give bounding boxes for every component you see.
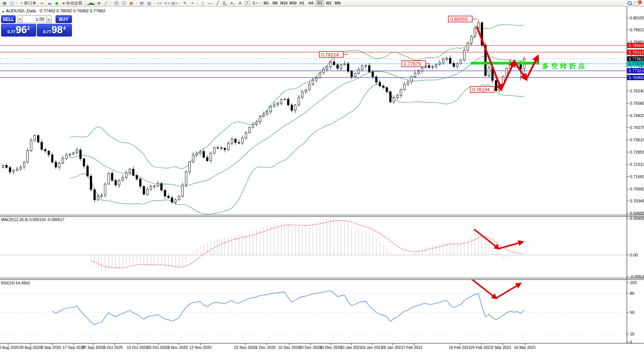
arrows-icon[interactable]: ⇅▼ <box>251 0 259 6</box>
rsi-tick-label: 80 <box>630 291 634 296</box>
buy-button[interactable]: BUY <box>56 15 72 23</box>
new-chart-icon[interactable]: ▦ <box>1 0 8 6</box>
community-icon[interactable]: ☁ <box>45 0 53 6</box>
toolbar-separator <box>85 1 86 6</box>
add-indicator-icon-caret[interactable]: ▼ <box>160 2 162 4</box>
rsi-tick-label: 50 <box>630 310 634 315</box>
svg-text:0.77323: 0.77323 <box>629 69 644 73</box>
strategy-window-icon[interactable]: ▥ <box>145 0 153 6</box>
ohlc-values: 0.77452 0.78092 0.76982 0.77962 <box>40 9 105 13</box>
date-label: 17 Sep 2020 <box>63 345 85 350</box>
sell-price-frac: 0.77 <box>7 29 15 34</box>
tile-windows-icon[interactable]: ▦ <box>127 0 135 6</box>
new-order-button[interactable]: +新订单 <box>19 0 38 6</box>
price-axis[interactable]: 0.801550.795100.788500.781900.775450.768… <box>627 16 644 344</box>
rsi-arrow-annotation <box>471 278 520 298</box>
notification-badge: 1 <box>638 0 642 4</box>
macd-panel[interactable] <box>0 218 627 272</box>
volume-input[interactable]: 1.00 <box>22 15 46 23</box>
rsi-panel[interactable] <box>0 278 627 334</box>
timeframe-w1-button[interactable]: W1 <box>325 0 333 6</box>
periods-icon[interactable]: ⊙▼ <box>163 0 171 6</box>
autotrade-button-label: 自动交易 <box>66 0 82 6</box>
new-order-button-label: 新订单 <box>24 0 36 6</box>
sell-price-big: 96 <box>16 24 27 35</box>
chart-canvas[interactable]: 0.800550.782140.776790.761940.801550.795… <box>0 0 644 353</box>
rsi-indicator-label: RSI(14) 54.4560 <box>1 281 30 285</box>
svg-text:0.80055: 0.80055 <box>450 16 468 22</box>
date-label: 25 Oct 2020 <box>147 345 168 350</box>
template-icon-caret[interactable]: ▼ <box>176 2 178 4</box>
timeframe-m15-button[interactable]: M15 <box>280 0 288 6</box>
date-label: 15 Oct 2020 <box>127 345 148 350</box>
price-tick-label: 0.76240 <box>630 89 644 93</box>
line-chart-icon[interactable]: ╱ <box>102 0 110 6</box>
rsi-line <box>52 291 524 325</box>
turning-point-annotation: 多空转折点 <box>542 62 587 70</box>
time-axis[interactable]: 20 Aug 202030 Aug 20208 Sep 202017 Sep 2… <box>0 343 536 350</box>
candles <box>2 20 525 205</box>
notifications-icon[interactable]: 1 <box>634 1 641 6</box>
bollinger-bands <box>70 25 524 214</box>
date-label: 10 Jan 2021 <box>340 345 362 350</box>
zoom-in-icon[interactable]: + <box>113 0 120 6</box>
volume-up-button[interactable]: ▲ <box>46 15 52 23</box>
timeframe-mn-button[interactable]: MN <box>334 0 342 6</box>
vertical-line-icon[interactable]: | <box>199 0 206 6</box>
crosshair-icon[interactable]: + <box>189 0 196 6</box>
timeframe-h4-button[interactable]: H4 <box>307 0 315 6</box>
sell-button[interactable]: SELL <box>1 15 16 23</box>
add-indicator-icon[interactable]: +▼ <box>156 0 163 6</box>
date-label: 7 Mar 2021 <box>492 345 511 350</box>
date-label: 25 Feb 2021 <box>470 345 492 350</box>
turning-point-bar <box>471 62 539 64</box>
zoom-out-icon[interactable]: − <box>120 0 127 6</box>
bar-chart-icon[interactable]: ▂▅▃ <box>87 0 95 6</box>
profiles-icon[interactable]: ◫ <box>8 0 16 6</box>
equidistant-channel-icon[interactable]: ∥E <box>221 0 229 6</box>
timeframe-d1-button[interactable]: D1 <box>316 0 324 6</box>
timeframe-m1-button[interactable]: M1 <box>262 0 270 6</box>
search-icon[interactable] <box>627 0 633 6</box>
market-icon[interactable]: ▰ <box>38 0 45 6</box>
price-tick-label: 0.70345 <box>630 199 644 203</box>
date-label: 16 Feb 2021 <box>449 345 471 350</box>
rsi-tick-label: 15 <box>630 332 634 336</box>
svg-text:0.76966: 0.76966 <box>629 75 644 80</box>
horizontal-line-icon[interactable]: — <box>206 0 214 6</box>
buy-price-display[interactable]: 0.77 98 4 <box>37 24 72 37</box>
timeframe-h1-button[interactable]: H1 <box>298 0 306 6</box>
volume-down-button[interactable]: ▼ <box>17 15 23 23</box>
sell-price-display[interactable]: 0.77 96 2 <box>1 24 36 37</box>
collapse-arrow-icon[interactable]: ▴ <box>2 9 4 13</box>
chart-title: ▴ AUDUSD-,Daily 0.77452 0.78092 0.76982 … <box>2 9 105 13</box>
main-price-panel[interactable]: 0.800550.782140.776790.76194 <box>0 16 627 214</box>
date-label: 27 Sep 2020 <box>82 345 104 350</box>
arrows-icon-caret[interactable]: ▼ <box>256 2 258 4</box>
trendline-icon[interactable]: ╱ <box>214 0 221 6</box>
new-order-button-icon: + <box>20 1 23 5</box>
date-label: 20 Dec 2020 <box>299 345 322 350</box>
periods-icon-caret[interactable]: ▼ <box>168 2 170 4</box>
toolbar-separator <box>17 1 18 6</box>
macd-tick-label: -0.005306 <box>630 274 644 279</box>
autotrade-button[interactable]: ●自动交易 <box>60 0 84 6</box>
date-label: 3 Nov 2020 <box>168 345 188 350</box>
candle-chart-icon[interactable]: ▯▮ <box>95 0 102 6</box>
signals-icon[interactable]: ◉ <box>53 0 60 6</box>
template-icon[interactable]: ▤▼ <box>171 0 178 6</box>
one-click-trade-panel: SELL ▼ 1.00 ▲ BUY 0.77 96 2 0.77 98 4 <box>1 15 72 37</box>
date-label: 7 Feb 2021 <box>403 345 423 350</box>
price-tick-label: 0.80155 <box>630 16 644 20</box>
price-tick-label: 0.79510 <box>630 28 644 32</box>
timeframe-m5-button[interactable]: M5 <box>271 0 279 6</box>
fibonacci-icon[interactable]: ≡F <box>229 0 236 6</box>
date-label: 8 Sep 2020 <box>41 345 61 350</box>
text-icon[interactable]: A <box>236 0 244 6</box>
equidistant-channel-icon-sub: E <box>225 3 227 6</box>
text-label-icon[interactable]: T <box>244 0 251 6</box>
macd-tick-label: 0.009081 <box>630 216 644 221</box>
data-window-icon[interactable]: ▤ <box>138 0 145 6</box>
timeframe-m30-button[interactable]: M30 <box>289 0 297 6</box>
cursor-icon[interactable]: ↖ <box>181 0 189 6</box>
